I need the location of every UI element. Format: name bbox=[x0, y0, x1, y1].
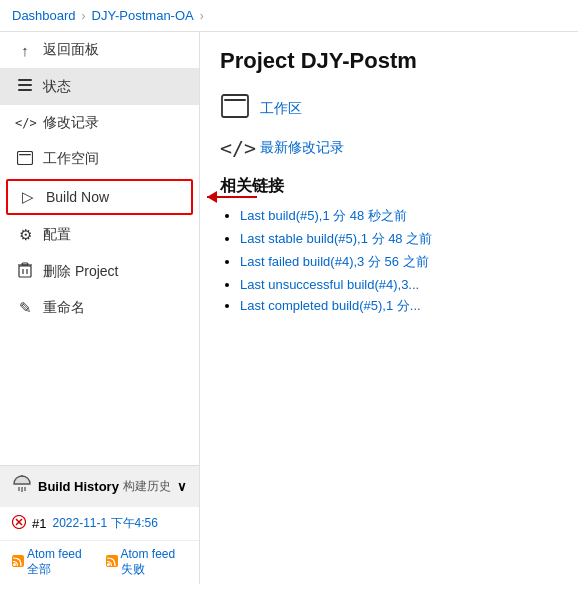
build-history-chevron: ∨ bbox=[177, 479, 187, 494]
link-last-stable[interactable]: Last stable build(#5),1 分 48 之前 bbox=[240, 231, 432, 246]
sidebar-item-rename-label: 重命名 bbox=[43, 299, 85, 317]
build-history-header-left: Build History bbox=[12, 474, 119, 499]
svg-point-20 bbox=[107, 563, 110, 566]
changes-icon: </> bbox=[15, 116, 35, 130]
build-item: #1 2022-11-1 下午4:56 bbox=[0, 511, 199, 536]
svg-rect-5 bbox=[19, 266, 31, 277]
sidebar-item-build-now-label: Build Now bbox=[46, 189, 109, 205]
sidebar-item-workspace-label: 工作空间 bbox=[43, 150, 99, 168]
build-history-header[interactable]: Build History 构建历史 ∨ bbox=[0, 465, 199, 507]
link-last-completed[interactable]: Last completed build(#5),1 分... bbox=[240, 298, 421, 313]
workspace-info-icon bbox=[220, 94, 250, 124]
svg-rect-4 bbox=[19, 154, 31, 155]
svg-rect-1 bbox=[18, 84, 32, 86]
svg-rect-22 bbox=[224, 99, 246, 101]
svg-rect-0 bbox=[18, 79, 32, 81]
sidebar-item-configure-label: 配置 bbox=[43, 226, 71, 244]
workspace-link[interactable]: 工作区 bbox=[260, 100, 302, 118]
right-content: Project DJY-Postm 工作区 </> 最新修改记录 相关链接 La… bbox=[200, 32, 578, 584]
sidebar-item-delete-label: 删除 Project bbox=[43, 263, 118, 281]
related-links-list: Last build(#5),1 分 48 秒之前 Last stable bu… bbox=[220, 207, 558, 315]
list-item: Last completed build(#5),1 分... bbox=[240, 297, 558, 315]
list-item: Last failed build(#4),3 分 56 之前 bbox=[240, 253, 558, 271]
breadcrumb-project[interactable]: DJY-Postman-OA bbox=[92, 8, 194, 23]
atom-feed-fail[interactable]: Atom feed 失败 bbox=[106, 547, 188, 578]
changes-row: </> 最新修改记录 bbox=[220, 136, 558, 160]
workspace-row: 工作区 bbox=[220, 94, 558, 124]
sidebar-item-rename[interactable]: ✎ 重命名 bbox=[0, 290, 199, 326]
sidebar-item-status-label: 状态 bbox=[43, 78, 71, 96]
build-history-section: Build History 构建历史 ∨ #1 bbox=[0, 465, 199, 584]
build-history-right: 构建历史 ∨ bbox=[123, 478, 187, 495]
rss-fail-icon bbox=[106, 555, 118, 570]
list-item: Last unsuccessful build(#4),3... bbox=[240, 276, 558, 292]
back-icon: ↑ bbox=[15, 42, 35, 59]
project-title: Project DJY-Postm bbox=[220, 48, 558, 74]
rss-all-icon bbox=[12, 555, 24, 570]
list-item: Last build(#5),1 分 48 秒之前 bbox=[240, 207, 558, 225]
main-layout: ↑ 返回面板 状态 </> 修改记录 bbox=[0, 32, 578, 584]
workspace-icon bbox=[15, 151, 35, 168]
related-links-title: 相关链接 bbox=[220, 176, 558, 197]
sidebar-item-status[interactable]: 状态 bbox=[0, 68, 199, 105]
status-icon bbox=[15, 77, 35, 96]
sidebar-item-build-now[interactable]: ▷ Build Now bbox=[6, 179, 193, 215]
build-now-icon: ▷ bbox=[18, 188, 38, 206]
atom-feed-all-label: Atom feed 全部 bbox=[27, 547, 94, 578]
breadcrumb-dashboard[interactable]: Dashboard bbox=[12, 8, 76, 23]
changes-info-icon: </> bbox=[220, 136, 250, 160]
atom-feed-fail-label: Atom feed 失败 bbox=[121, 547, 188, 578]
sidebar-item-delete[interactable]: 删除 Project bbox=[0, 253, 199, 290]
build-history-items: #1 2022-11-1 下午4:56 bbox=[0, 507, 199, 540]
svg-point-18 bbox=[13, 563, 16, 566]
link-last-build[interactable]: Last build(#5),1 分 48 秒之前 bbox=[240, 208, 407, 223]
svg-rect-2 bbox=[18, 89, 32, 91]
sidebar: ↑ 返回面板 状态 </> 修改记录 bbox=[0, 32, 200, 584]
build-history-icon bbox=[12, 474, 32, 499]
changes-link[interactable]: 最新修改记录 bbox=[260, 139, 344, 157]
delete-icon bbox=[15, 262, 35, 281]
sidebar-item-configure[interactable]: ⚙ 配置 bbox=[0, 217, 199, 253]
build-history-label-zh: 构建历史 bbox=[123, 478, 171, 495]
sidebar-item-changes[interactable]: </> 修改记录 bbox=[0, 105, 199, 141]
configure-icon: ⚙ bbox=[15, 226, 35, 244]
link-last-failed[interactable]: Last failed build(#4),3 分 56 之前 bbox=[240, 254, 429, 269]
link-last-unsuccessful[interactable]: Last unsuccessful build(#4),3... bbox=[240, 277, 419, 292]
breadcrumb-sep-1: › bbox=[82, 9, 86, 23]
sidebar-item-back-label: 返回面板 bbox=[43, 41, 99, 59]
sidebar-item-back[interactable]: ↑ 返回面板 bbox=[0, 32, 199, 68]
build-history-label: Build History bbox=[38, 479, 119, 494]
sidebar-item-changes-label: 修改记录 bbox=[43, 114, 99, 132]
svg-rect-3 bbox=[18, 151, 33, 164]
build-item-link[interactable]: 2022-11-1 下午4:56 bbox=[52, 515, 157, 532]
build-item-id: #1 bbox=[32, 516, 46, 531]
atom-feed-all[interactable]: Atom feed 全部 bbox=[12, 547, 94, 578]
list-item: Last stable build(#5),1 分 48 之前 bbox=[240, 230, 558, 248]
svg-rect-21 bbox=[222, 95, 248, 117]
breadcrumb-sep-2: › bbox=[200, 9, 204, 23]
rename-icon: ✎ bbox=[15, 299, 35, 317]
breadcrumb: Dashboard › DJY-Postman-OA › bbox=[0, 0, 578, 32]
build-fail-icon bbox=[12, 515, 26, 532]
atom-feeds: Atom feed 全部 Atom feed 失败 bbox=[0, 540, 199, 584]
sidebar-item-workspace[interactable]: 工作空间 bbox=[0, 141, 199, 177]
